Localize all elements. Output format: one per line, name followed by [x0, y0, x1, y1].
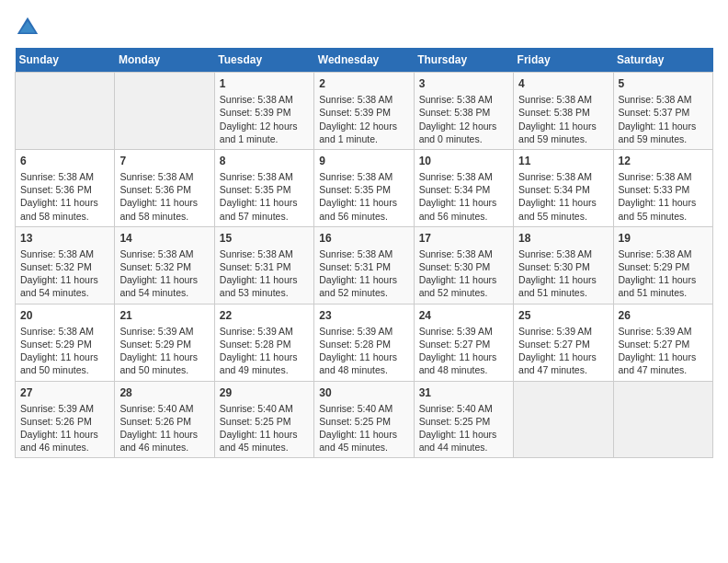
- cell-content: Sunrise: 5:38 AMSunset: 5:35 PMDaylight:…: [319, 170, 408, 223]
- calendar-cell: 23Sunrise: 5:39 AMSunset: 5:28 PMDayligh…: [314, 304, 414, 381]
- day-header-sunday: Sunday: [16, 48, 115, 73]
- day-number: 13: [20, 231, 109, 246]
- calendar-cell: [514, 381, 613, 458]
- day-number: 1: [220, 76, 309, 91]
- day-number: 28: [119, 385, 209, 400]
- cell-content: Sunrise: 5:38 AMSunset: 5:39 PMDaylight:…: [220, 93, 309, 145]
- week-row-5: 27Sunrise: 5:39 AMSunset: 5:26 PMDayligh…: [16, 381, 713, 458]
- cell-content: Sunrise: 5:39 AMSunset: 5:27 PMDaylight:…: [419, 325, 508, 377]
- cell-content: Sunrise: 5:39 AMSunset: 5:26 PMDaylight:…: [20, 402, 109, 454]
- day-number: 15: [220, 231, 309, 246]
- day-header-friday: Friday: [514, 48, 613, 73]
- day-number: 23: [319, 308, 408, 323]
- day-number: 27: [20, 385, 109, 400]
- week-row-4: 20Sunrise: 5:38 AMSunset: 5:29 PMDayligh…: [16, 304, 713, 381]
- calendar-cell: 25Sunrise: 5:39 AMSunset: 5:27 PMDayligh…: [514, 304, 613, 381]
- cell-content: Sunrise: 5:38 AMSunset: 5:37 PMDaylight:…: [619, 93, 708, 145]
- day-number: 25: [518, 308, 608, 323]
- calendar-cell: [16, 73, 115, 150]
- day-number: 8: [220, 154, 309, 168]
- cell-content: Sunrise: 5:38 AMSunset: 5:34 PMDaylight:…: [518, 170, 608, 223]
- calendar-cell: 15Sunrise: 5:38 AMSunset: 5:31 PMDayligh…: [214, 226, 313, 304]
- cell-content: Sunrise: 5:38 AMSunset: 5:30 PMDaylight:…: [419, 247, 508, 300]
- day-header-thursday: Thursday: [414, 48, 513, 73]
- calendar-cell: 19Sunrise: 5:38 AMSunset: 5:29 PMDayligh…: [613, 226, 712, 304]
- calendar-cell: 24Sunrise: 5:39 AMSunset: 5:27 PMDayligh…: [414, 304, 513, 381]
- calendar-cell: 27Sunrise: 5:39 AMSunset: 5:26 PMDayligh…: [16, 381, 115, 458]
- day-number: 14: [119, 231, 209, 246]
- calendar-cell: 11Sunrise: 5:38 AMSunset: 5:34 PMDayligh…: [514, 149, 613, 226]
- calendar-cell: 8Sunrise: 5:38 AMSunset: 5:35 PMDaylight…: [214, 149, 313, 226]
- cell-content: Sunrise: 5:39 AMSunset: 5:29 PMDaylight:…: [119, 325, 209, 377]
- day-number: 31: [419, 385, 508, 400]
- calendar-cell: 6Sunrise: 5:38 AMSunset: 5:36 PMDaylight…: [16, 149, 115, 226]
- calendar-cell: 29Sunrise: 5:40 AMSunset: 5:25 PMDayligh…: [214, 381, 313, 458]
- calendar-cell: 10Sunrise: 5:38 AMSunset: 5:34 PMDayligh…: [414, 149, 513, 226]
- cell-content: Sunrise: 5:38 AMSunset: 5:29 PMDaylight:…: [20, 325, 109, 377]
- calendar-cell: 2Sunrise: 5:38 AMSunset: 5:39 PMDaylight…: [314, 73, 414, 150]
- calendar-cell: 4Sunrise: 5:38 AMSunset: 5:38 PMDaylight…: [514, 73, 613, 150]
- day-number: 17: [419, 231, 508, 246]
- cell-content: Sunrise: 5:38 AMSunset: 5:33 PMDaylight:…: [619, 170, 708, 223]
- calendar-cell: 13Sunrise: 5:38 AMSunset: 5:32 PMDayligh…: [16, 226, 115, 304]
- cell-content: Sunrise: 5:38 AMSunset: 5:39 PMDaylight:…: [319, 93, 408, 145]
- cell-content: Sunrise: 5:38 AMSunset: 5:34 PMDaylight:…: [419, 170, 508, 223]
- calendar-cell: 5Sunrise: 5:38 AMSunset: 5:37 PMDaylight…: [613, 73, 712, 150]
- calendar-cell: 21Sunrise: 5:39 AMSunset: 5:29 PMDayligh…: [115, 304, 214, 381]
- day-number: 3: [419, 76, 508, 91]
- day-number: 29: [220, 385, 309, 400]
- cell-content: Sunrise: 5:38 AMSunset: 5:38 PMDaylight:…: [518, 93, 608, 145]
- calendar-cell: 18Sunrise: 5:38 AMSunset: 5:30 PMDayligh…: [514, 226, 613, 304]
- day-number: 20: [20, 308, 109, 323]
- cell-content: Sunrise: 5:40 AMSunset: 5:26 PMDaylight:…: [119, 402, 209, 454]
- day-number: 18: [518, 231, 608, 246]
- cell-content: Sunrise: 5:38 AMSunset: 5:35 PMDaylight:…: [220, 170, 309, 223]
- cell-content: Sunrise: 5:40 AMSunset: 5:25 PMDaylight:…: [419, 402, 508, 454]
- cell-content: Sunrise: 5:38 AMSunset: 5:38 PMDaylight:…: [419, 93, 508, 145]
- day-header-row: SundayMondayTuesdayWednesdayThursdayFrid…: [16, 48, 713, 73]
- day-number: 7: [119, 154, 209, 168]
- cell-content: Sunrise: 5:40 AMSunset: 5:25 PMDaylight:…: [220, 402, 309, 454]
- cell-content: Sunrise: 5:39 AMSunset: 5:27 PMDaylight:…: [518, 325, 608, 377]
- day-number: 2: [319, 76, 408, 91]
- cell-content: Sunrise: 5:39 AMSunset: 5:28 PMDaylight:…: [220, 325, 309, 377]
- day-number: 19: [619, 231, 708, 246]
- calendar-cell: 31Sunrise: 5:40 AMSunset: 5:25 PMDayligh…: [414, 381, 513, 458]
- cell-content: Sunrise: 5:39 AMSunset: 5:28 PMDaylight:…: [319, 325, 408, 377]
- day-header-saturday: Saturday: [613, 48, 712, 73]
- day-number: 12: [619, 154, 708, 168]
- day-number: 21: [119, 308, 209, 323]
- day-number: 30: [319, 385, 408, 400]
- cell-content: Sunrise: 5:38 AMSunset: 5:31 PMDaylight:…: [220, 247, 309, 300]
- cell-content: Sunrise: 5:38 AMSunset: 5:29 PMDaylight:…: [619, 247, 708, 300]
- calendar-cell: 1Sunrise: 5:38 AMSunset: 5:39 PMDaylight…: [214, 73, 313, 150]
- logo-icon: [15, 15, 40, 40]
- calendar-cell: 17Sunrise: 5:38 AMSunset: 5:30 PMDayligh…: [414, 226, 513, 304]
- cell-content: Sunrise: 5:38 AMSunset: 5:30 PMDaylight:…: [518, 247, 608, 300]
- calendar-cell: 9Sunrise: 5:38 AMSunset: 5:35 PMDaylight…: [314, 149, 414, 226]
- calendar-cell: 14Sunrise: 5:38 AMSunset: 5:32 PMDayligh…: [115, 226, 214, 304]
- day-number: 22: [220, 308, 309, 323]
- calendar-cell: [613, 381, 712, 458]
- day-header-monday: Monday: [115, 48, 214, 73]
- calendar-cell: 3Sunrise: 5:38 AMSunset: 5:38 PMDaylight…: [414, 73, 513, 150]
- cell-content: Sunrise: 5:39 AMSunset: 5:27 PMDaylight:…: [619, 325, 708, 377]
- calendar-cell: 26Sunrise: 5:39 AMSunset: 5:27 PMDayligh…: [613, 304, 712, 381]
- calendar-cell: 28Sunrise: 5:40 AMSunset: 5:26 PMDayligh…: [115, 381, 214, 458]
- calendar-table: SundayMondayTuesdayWednesdayThursdayFrid…: [15, 48, 713, 458]
- day-number: 4: [518, 76, 608, 91]
- cell-content: Sunrise: 5:40 AMSunset: 5:25 PMDaylight:…: [319, 402, 408, 454]
- day-number: 5: [619, 76, 708, 91]
- logo: [15, 15, 44, 40]
- calendar-cell: 22Sunrise: 5:39 AMSunset: 5:28 PMDayligh…: [214, 304, 313, 381]
- day-header-tuesday: Tuesday: [214, 48, 313, 73]
- calendar-cell: 30Sunrise: 5:40 AMSunset: 5:25 PMDayligh…: [314, 381, 414, 458]
- cell-content: Sunrise: 5:38 AMSunset: 5:31 PMDaylight:…: [319, 247, 408, 300]
- week-row-2: 6Sunrise: 5:38 AMSunset: 5:36 PMDaylight…: [16, 149, 713, 226]
- day-number: 6: [20, 154, 109, 168]
- cell-content: Sunrise: 5:38 AMSunset: 5:36 PMDaylight:…: [119, 170, 209, 223]
- calendar-cell: 20Sunrise: 5:38 AMSunset: 5:29 PMDayligh…: [16, 304, 115, 381]
- day-number: 9: [319, 154, 408, 168]
- day-number: 24: [419, 308, 508, 323]
- week-row-1: 1Sunrise: 5:38 AMSunset: 5:39 PMDaylight…: [16, 73, 713, 150]
